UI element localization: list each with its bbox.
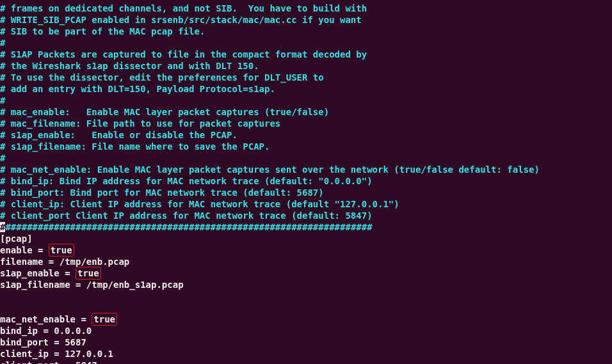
config-s1ap-enable: s1ap_enable = true	[0, 268, 101, 278]
section-header-pcap: [pcap]	[0, 233, 33, 244]
comment-line: # s1ap_enable: Enable or disable the PCA…	[0, 130, 238, 140]
comment-line: # WRITE_SIB_PCAP enabled in srsenb/src/s…	[0, 15, 362, 25]
blank-line	[0, 290, 612, 302]
config-key: s1ap_enable =	[0, 268, 76, 278]
config-bind-ip: bind_ip = 0.0.0.0	[0, 326, 92, 336]
comment-line: #	[0, 95, 5, 106]
comment-line: # bind_ip: Bind IP address for MAC netwo…	[0, 176, 373, 186]
comment-line: #	[0, 38, 5, 48]
comment-line: # the Wireshark s1ap dissector and with …	[0, 61, 259, 71]
comment-hashes: ########################################…	[5, 222, 372, 232]
comment-line: #	[0, 153, 5, 163]
comment-line: # To use the dissector, edit the prefere…	[0, 72, 324, 83]
comment-line: # client_port Client IP address for MAC …	[0, 210, 373, 221]
comment-line: # mac_filename: File path to use for pac…	[0, 118, 280, 129]
config-key: enable =	[0, 245, 49, 255]
config-client-ip: client_ip = 127.0.0.1	[0, 349, 113, 359]
comment-line: # bind_port: Bind port for MAC network t…	[0, 187, 324, 198]
config-s1ap-filename: s1ap_filename = /tmp/enb_s1ap.pcap	[0, 280, 184, 290]
comment-line: # mac_enable: Enable MAC layer packet ca…	[0, 107, 329, 117]
config-client-port: client_port = 5847	[0, 360, 97, 364]
comment-line: # s1ap_filename: File name where to save…	[0, 141, 270, 152]
highlight-s1ap-enable: true	[76, 267, 101, 280]
comment-line: # S1AP Packets are captured to file in t…	[0, 49, 367, 59]
comment-line: # add an entry with DLT=150, Payload Pro…	[0, 84, 275, 94]
highlight-mac-net-enable: true	[92, 313, 117, 326]
highlight-enable: true	[49, 244, 74, 257]
config-filename: filename = /tmp/enb.pcap	[0, 257, 129, 267]
terminal-editor[interactable]: # frames on dedicated channels, and not …	[0, 0, 612, 364]
comment-line: # mac_net_enable: Enable MAC layer packe…	[0, 164, 540, 175]
config-mac-net-enable: mac_net_enable = true	[0, 314, 117, 324]
config-enable: enable = true	[0, 245, 74, 255]
comment-divider: ########################################…	[0, 222, 373, 232]
comment-line: # frames on dedicated channels, and not …	[0, 3, 367, 13]
config-key: mac_net_enable =	[0, 314, 92, 324]
comment-line: # SIB to be part of the MAC pcap file.	[0, 26, 205, 36]
comment-line: # client_ip: Client IP address for MAC n…	[0, 199, 399, 209]
config-bind-port: bind_port = 5687	[0, 337, 86, 347]
